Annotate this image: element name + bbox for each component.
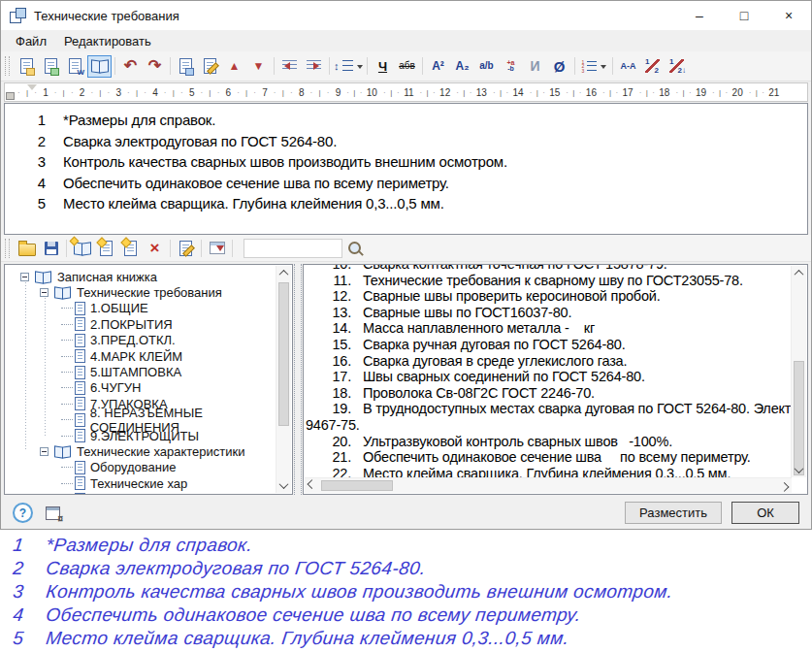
record-item[interactable]: 17.Швы сварных соединений по ГОСТ 5264-8…	[304, 369, 790, 385]
special-sign-icon[interactable]: И	[523, 55, 547, 78]
pane-splitter[interactable]	[294, 264, 302, 495]
record-item[interactable]: 14.Масса наплавленного металла - кг	[304, 320, 790, 337]
tree-item[interactable]: 8. НЕРАЗЪЕМНЫЕ СОЕДИНЕНИЯ	[7, 412, 292, 428]
chevron-up-icon	[795, 270, 804, 279]
tree-item[interactable]: Технические характеристики	[7, 443, 292, 459]
tree-node-icon	[75, 349, 85, 363]
left-indent-marker[interactable]	[6, 92, 15, 100]
first-line-indent-marker[interactable]	[27, 84, 37, 95]
ruler-unit: ·|·11	[380, 87, 417, 98]
tree-item[interactable]: Трансформ 1	[7, 491, 292, 495]
numbered-list-icon[interactable]	[578, 55, 609, 78]
line-spacing-icon[interactable]	[333, 55, 364, 78]
tree-item[interactable]: 4.МАРК КЛЕЙМ	[7, 348, 292, 364]
tree-node-icon	[75, 317, 85, 331]
scroll-down-button[interactable]	[276, 478, 291, 493]
help-button[interactable]: ?	[13, 503, 33, 523]
tree-item[interactable]: 5.ШТАМПОВКА	[7, 364, 292, 379]
undo-icon[interactable]: ↶	[118, 55, 143, 78]
close-button[interactable]: ×	[766, 1, 811, 30]
record-item[interactable]: 11.Технические требования к сварному шву…	[304, 273, 790, 289]
view-designation-icon[interactable]: А-А	[616, 55, 640, 78]
notebook-search-input[interactable]	[244, 239, 342, 258]
deviation-icon[interactable]	[499, 55, 523, 78]
numbering-order-icon[interactable]	[665, 55, 689, 78]
tree-item[interactable]: 6.ЧУГУН	[7, 380, 292, 396]
decrease-indent-icon[interactable]	[277, 55, 302, 78]
tree-collapse-icon[interactable]	[40, 288, 49, 297]
minimize-button[interactable]: –	[677, 1, 722, 30]
tree-collapse-icon[interactable]	[40, 447, 49, 456]
scroll-right-button[interactable]	[777, 478, 792, 493]
scroll-up-button[interactable]	[276, 266, 291, 280]
open-notebook-icon[interactable]	[15, 237, 39, 259]
requirements-text-editor[interactable]: 1*Размеры для справок.2Сварка электродуг…	[4, 103, 808, 235]
record-item[interactable]: 15.Сварка ручная дуговая по ГОСТ 5264-80…	[304, 337, 790, 353]
move-line-down-icon[interactable]: ▼	[246, 55, 271, 78]
insert-text-from-file-icon[interactable]	[15, 55, 39, 78]
tree-node-icon	[75, 381, 85, 395]
ok-button[interactable]: ОК	[731, 502, 799, 524]
superscript-icon[interactable]: A²	[426, 55, 450, 78]
edit-source-icon[interactable]	[198, 55, 222, 78]
delete-record-icon[interactable]: ×	[143, 237, 167, 259]
record-item[interactable]: 12.Сварные швы проверить керосиновой про…	[304, 288, 790, 305]
save-text-to-file-icon[interactable]	[39, 55, 63, 78]
underline-icon[interactable]: Ч	[371, 55, 395, 78]
scroll-left-button[interactable]	[305, 478, 319, 493]
subscript-icon[interactable]: A₂	[450, 55, 474, 78]
insert-word-document-icon[interactable]	[63, 55, 87, 78]
record-item[interactable]: 16.Сварка дуговая в среде углекислого га…	[304, 353, 790, 370]
record-item[interactable]: 20.Ультразвуковой контроль сварных швов …	[304, 434, 790, 450]
record-item[interactable]: 22.Место клейма сварщика. Глубина клейме…	[304, 466, 790, 477]
scrollbar-thumb[interactable]	[794, 361, 804, 475]
save-notebook-icon[interactable]	[39, 237, 63, 259]
toolbar-grip[interactable]	[5, 56, 10, 76]
textbook-notebook-icon[interactable]	[87, 55, 112, 78]
scrollbar-thumb[interactable]	[278, 282, 289, 426]
record-item[interactable]: 19.В труднодоступных местах сварка дугов…	[304, 401, 790, 417]
tree-item[interactable]: Записная книжка	[7, 269, 292, 284]
redo-icon[interactable]: ↷	[143, 55, 167, 78]
tree-item[interactable]: 2.ПОКРЫТИЯ	[7, 316, 292, 332]
menu-file[interactable]: Файл	[7, 32, 55, 50]
place-button[interactable]: Разместить	[625, 502, 722, 524]
edit-record-icon[interactable]	[174, 237, 198, 259]
diameter-icon[interactable]: Ø	[547, 55, 571, 78]
tree-item[interactable]: Технические хар	[7, 475, 292, 491]
tree-item[interactable]: 1.ОБЩИЕ	[7, 301, 292, 316]
increase-indent-icon[interactable]	[302, 55, 326, 78]
search-icon[interactable]	[342, 237, 367, 259]
menu-edit[interactable]: Редактировать	[55, 32, 160, 50]
strikethrough-icon[interactable]: абв	[395, 55, 419, 78]
list-vertical-scrollbar[interactable]	[791, 266, 806, 477]
tree-collapse-icon[interactable]	[20, 273, 29, 281]
ruler-unit: ·|·21	[746, 87, 783, 98]
record-item[interactable]: 9467-75.	[304, 417, 790, 434]
new-section-icon[interactable]	[94, 237, 118, 259]
drawing-line: 3Контроль качества сварных швов производ…	[0, 581, 812, 604]
toolbar-grip[interactable]	[5, 239, 10, 258]
record-item[interactable]: 13.Сварные швы по ГОСТ16037-80.	[304, 305, 790, 321]
record-item[interactable]: 18.Проволока Св-08Г2С ГОСТ 2246-70.	[304, 385, 790, 402]
maximize-button[interactable]: □	[722, 1, 766, 30]
copy-properties-icon[interactable]	[174, 55, 198, 78]
move-line-up-icon[interactable]: ▲	[222, 55, 246, 78]
tree-item[interactable]: 3.ПРЕД.ОТКЛ.	[7, 333, 292, 348]
new-notebook-icon[interactable]	[70, 237, 94, 259]
renumber-icon[interactable]	[640, 55, 665, 78]
list-horizontal-scrollbar[interactable]	[305, 477, 792, 493]
record-item[interactable]: 10.Сварка контактная точечная по ГОСТ 15…	[304, 264, 790, 273]
tree-scrollbar[interactable]	[276, 266, 291, 493]
tree-item[interactable]: Оборудование	[7, 460, 292, 475]
tree-item[interactable]: Технические требования	[7, 284, 292, 300]
ruler-unit: ·|·19	[672, 87, 709, 98]
fraction-icon[interactable]: a/b	[474, 55, 499, 78]
ruler-unit: ·|·8	[271, 87, 308, 98]
scrollbar-thumb[interactable]	[321, 480, 393, 491]
record-item[interactable]: 21.Обеспечить одинаковое сечение шва по …	[304, 449, 790, 466]
settings-button[interactable]	[41, 502, 65, 524]
new-record-icon[interactable]	[118, 237, 143, 259]
scroll-up-button[interactable]	[792, 266, 806, 280]
insert-record-to-text-icon[interactable]	[205, 237, 229, 259]
